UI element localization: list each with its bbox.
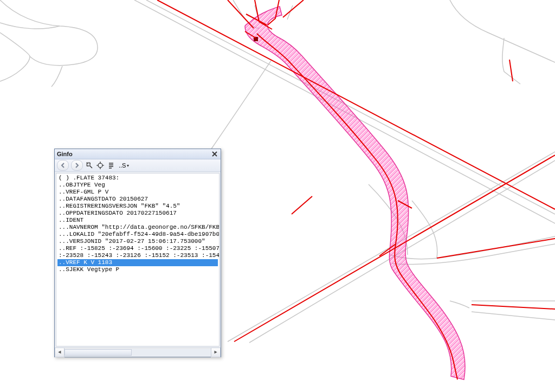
svg-point-6 — [87, 165, 88, 166]
svg-point-4 — [87, 163, 88, 164]
scroll-right-button[interactable]: ► — [211, 348, 221, 357]
ginfo-line[interactable]: ...VERSJONID "2017-02-27 15:06:17.753000… — [57, 238, 218, 245]
svg-point-5 — [89, 163, 91, 164]
back-button[interactable] — [57, 160, 69, 171]
ginfo-line[interactable]: ..REF :-15825 :-23694 :-15600 :-23225 :-… — [57, 245, 218, 252]
svg-rect-3 — [87, 163, 90, 166]
svg-point-7 — [98, 163, 102, 168]
ginfo-line[interactable]: ...NAVNEROM "http://data.geonorge.no/SFK… — [57, 224, 218, 231]
ginfo-line[interactable]: ..OBJTYPE Veg — [57, 182, 218, 189]
selector-dropdown[interactable]: ..S ▾ — [118, 162, 130, 169]
close-icon[interactable] — [211, 150, 218, 158]
selector-dropdown-label: ..S — [119, 162, 126, 169]
ginfo-line[interactable]: ..VREF-GML P V — [57, 189, 218, 196]
arrow-right-icon — [74, 163, 80, 168]
selected-feature-polygon — [245, 7, 465, 380]
ginfo-line[interactable]: ..OPPDATERINGSDATO 20170227150617 — [57, 210, 218, 217]
ginfo-line[interactable]: :-23528 :-15243 :-23126 :-15152 :-23513 … — [57, 252, 218, 259]
list-icon[interactable] — [107, 161, 115, 170]
zoom-selection-icon[interactable] — [85, 161, 94, 170]
ginfo-title-text: Ginfo — [57, 149, 73, 159]
ginfo-panel: Ginfo ..S ▾ ( ) .FLATE 37483:..OBJTYPE V… — [54, 149, 221, 357]
ginfo-toolbar: ..S ▾ — [55, 159, 221, 172]
ginfo-line[interactable]: ...LOKALID "20efabff-f524-49d8-9a54-dbe1… — [57, 231, 218, 238]
forward-button[interactable] — [71, 160, 83, 171]
ginfo-line[interactable]: ..SJEKK Vegtype P — [57, 266, 218, 273]
ginfo-body[interactable]: ( ) .FLATE 37483:..OBJTYPE Veg..VREF-GML… — [56, 173, 220, 346]
ginfo-line[interactable]: ..REGISTRERINGSVERSJON "FKB" "4.5" — [57, 203, 218, 210]
scroll-track[interactable] — [64, 349, 211, 356]
scroll-thumb[interactable] — [64, 349, 132, 356]
horizontal-scrollbar[interactable]: ◄ ► — [55, 348, 221, 357]
target-icon[interactable] — [96, 161, 105, 170]
ginfo-line[interactable]: ..DATAFANGSTDATO 20150627 — [57, 196, 218, 203]
ginfo-titlebar[interactable]: Ginfo — [55, 149, 221, 159]
chevron-down-icon: ▾ — [127, 163, 129, 168]
arrow-left-icon — [60, 163, 66, 168]
ginfo-line[interactable]: ..IDENT — [57, 217, 218, 224]
ginfo-line-selected[interactable]: ..VREF K V 1183 — [57, 259, 218, 266]
scroll-left-button[interactable]: ◄ — [55, 348, 64, 357]
ginfo-line[interactable]: ( ) .FLATE 37483: — [57, 175, 218, 182]
